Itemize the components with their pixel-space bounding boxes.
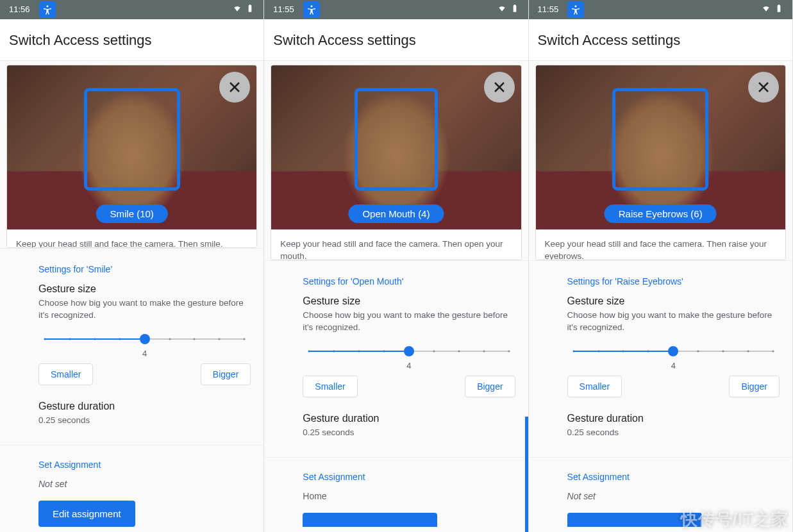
gesture-size-title: Gesture size	[303, 295, 515, 307]
accessibility-app-icon	[39, 1, 56, 18]
assignment-section: Set Assignment Home	[264, 457, 528, 532]
smaller-button[interactable]: Smaller	[303, 376, 357, 397]
camera-card: Smile (10) Keep your head still and face…	[6, 65, 257, 248]
gesture-settings-section: Settings for 'Raise Eyebrows' Gesture si…	[529, 260, 792, 457]
assignment-value: Home	[303, 491, 515, 501]
section-heading: Settings for 'Raise Eyebrows'	[567, 276, 780, 287]
bigger-button[interactable]: Bigger	[729, 376, 779, 397]
face-detection-box	[612, 88, 708, 190]
gesture-size-description: Choose how big you want to make the gest…	[38, 297, 251, 322]
assignment-heading: Set Assignment	[567, 472, 780, 482]
statusbar: 11:55	[529, 0, 792, 19]
close-icon	[756, 79, 771, 95]
instruction-text: Keep your head still and face the camera…	[536, 229, 785, 260]
camera-preview: Raise Eyebrows (6)	[536, 65, 785, 229]
bigger-button[interactable]: Bigger	[201, 363, 251, 385]
camera-preview: Open Mouth (4)	[271, 65, 521, 229]
close-icon	[227, 79, 242, 95]
close-button[interactable]	[748, 72, 779, 103]
smaller-button[interactable]: Smaller	[38, 363, 93, 385]
gesture-size-title: Gesture size	[38, 283, 251, 295]
section-heading: Settings for 'Open Mouth'	[303, 276, 515, 287]
slider-value-label: 4	[303, 361, 515, 370]
edit-assignment-button[interactable]	[567, 513, 702, 527]
battery-icon	[246, 4, 255, 15]
page-title: Switch Access settings	[529, 19, 792, 61]
gesture-size-description: Choose how big you want to make the gest…	[303, 310, 515, 334]
close-button[interactable]	[484, 72, 515, 103]
smaller-button[interactable]: Smaller	[567, 376, 622, 397]
assignment-section: Set Assignment Not set Edit assignment	[0, 445, 263, 532]
assignment-value: Not set	[567, 491, 780, 501]
face-detection-box	[84, 88, 180, 190]
statusbar: 11:55	[264, 0, 528, 19]
slider-value-label: 4	[38, 349, 251, 358]
gesture-size-title: Gesture size	[567, 295, 780, 307]
section-heading: Settings for 'Smile'	[38, 264, 251, 274]
face-detection-box	[355, 88, 438, 190]
statusbar: 11:56	[0, 0, 263, 19]
camera-card: Raise Eyebrows (6) Keep your head still …	[535, 65, 786, 260]
duration-value: 0.25 seconds	[38, 415, 251, 427]
camera-card: Open Mouth (4) Keep your head still and …	[271, 65, 521, 260]
slider-value-label: 4	[567, 361, 780, 370]
gesture-duration-item[interactable]: Gesture duration 0.25 seconds	[567, 413, 780, 439]
screen-smile: 11:56 Switch Access settings Smile (10) …	[0, 0, 264, 532]
screen-open-mouth: 11:55 Switch Access settings Open Mouth …	[264, 0, 528, 532]
instruction-text: Keep your head still and face the camera…	[271, 229, 521, 260]
status-time: 11:55	[538, 4, 559, 14]
svg-point-3	[310, 5, 312, 7]
battery-icon	[774, 4, 783, 15]
close-button[interactable]	[219, 72, 250, 103]
edit-assignment-button[interactable]: Edit assignment	[38, 501, 135, 527]
gesture-settings-section: Settings for 'Smile' Gesture size Choose…	[0, 248, 263, 445]
svg-point-6	[575, 5, 577, 7]
duration-title: Gesture duration	[303, 413, 515, 424]
duration-title: Gesture duration	[567, 413, 780, 424]
duration-value: 0.25 seconds	[567, 427, 780, 439]
accessibility-app-icon	[567, 1, 584, 18]
battery-icon	[510, 4, 519, 15]
close-icon	[492, 79, 507, 95]
status-time: 11:55	[273, 4, 294, 14]
assignment-heading: Set Assignment	[303, 472, 515, 482]
gesture-size-slider[interactable]	[45, 332, 244, 346]
camera-preview: Smile (10)	[7, 65, 256, 229]
assignment-value: Not set	[38, 479, 251, 489]
wifi-icon	[497, 4, 506, 15]
wifi-icon	[233, 4, 242, 15]
gesture-chip: Smile (10)	[96, 204, 167, 223]
gesture-size-slider[interactable]	[574, 344, 773, 358]
status-time: 11:56	[9, 4, 30, 14]
slider-thumb	[140, 334, 150, 344]
slider-thumb	[668, 346, 678, 356]
gesture-size-description: Choose how big you want to make the gest…	[567, 310, 780, 334]
bigger-button[interactable]: Bigger	[465, 376, 515, 397]
assignment-heading: Set Assignment	[38, 460, 251, 470]
svg-point-0	[46, 5, 48, 7]
gesture-size-slider[interactable]	[309, 344, 508, 358]
accent-strip	[525, 417, 528, 532]
accessibility-app-icon	[303, 1, 320, 18]
gesture-settings-section: Settings for 'Open Mouth' Gesture size C…	[264, 260, 528, 457]
gesture-chip: Open Mouth (4)	[348, 204, 444, 223]
screen-raise-eyebrows: 11:55 Switch Access settings Raise Eyebr…	[529, 0, 793, 532]
assignment-section: Set Assignment Not set	[529, 457, 792, 532]
gesture-duration-item[interactable]: Gesture duration 0.25 seconds	[38, 401, 251, 427]
duration-value: 0.25 seconds	[303, 427, 515, 439]
slider-thumb	[404, 346, 414, 356]
instruction-text: Keep your head still and face the camera…	[7, 229, 256, 248]
duration-title: Gesture duration	[38, 401, 251, 412]
gesture-chip: Raise Eyebrows (6)	[605, 204, 717, 223]
edit-assignment-button[interactable]	[303, 513, 437, 527]
page-title: Switch Access settings	[0, 19, 263, 61]
wifi-icon	[762, 4, 771, 15]
page-title: Switch Access settings	[264, 19, 528, 61]
gesture-duration-item[interactable]: Gesture duration 0.25 seconds	[303, 413, 515, 439]
